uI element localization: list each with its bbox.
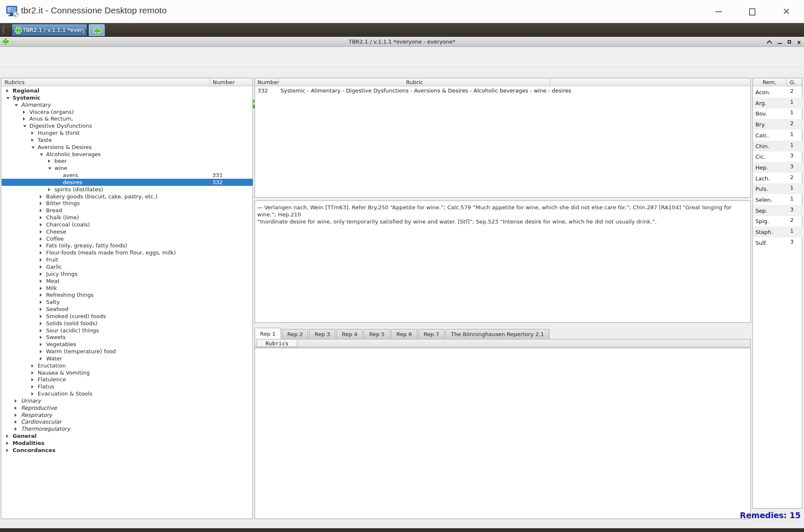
tree-row[interactable]: Eructation xyxy=(2,362,253,369)
expand-arrow-icon[interactable] xyxy=(23,117,25,121)
tree-row[interactable]: Systemic xyxy=(2,94,253,101)
expand-arrow-icon[interactable] xyxy=(31,364,34,368)
expand-arrow-icon[interactable] xyxy=(40,258,42,262)
tree-row[interactable]: Salty xyxy=(2,298,253,306)
remedy-row[interactable]: Sep.3 xyxy=(753,205,802,216)
expand-arrow-icon[interactable] xyxy=(40,343,42,346)
tree-row[interactable]: Sour (acidic) things xyxy=(2,327,253,334)
expand-arrow-icon[interactable] xyxy=(31,371,34,375)
expand-arrow-icon[interactable] xyxy=(48,159,50,163)
remedy-row[interactable]: Puls.1 xyxy=(753,183,802,194)
expand-arrow-icon[interactable] xyxy=(40,202,42,205)
tree-row[interactable]: Taste xyxy=(2,136,253,144)
tab-the-b-nninghausen-repertory-2-1[interactable]: The Bönninghausen Repertory 2.1 xyxy=(446,329,549,339)
tree-row[interactable]: Milk xyxy=(2,285,253,292)
expand-arrow-icon[interactable] xyxy=(15,427,17,431)
tree-row[interactable]: Bread xyxy=(2,207,253,214)
expand-arrow-icon[interactable] xyxy=(31,385,34,388)
expand-arrow-icon[interactable] xyxy=(40,357,42,360)
expand-arrow-icon[interactable] xyxy=(15,414,17,417)
collapse-arrow-icon[interactable] xyxy=(31,146,35,149)
tree-row[interactable]: Bakery goods (biscuit, cake, pastry, etc… xyxy=(2,193,253,200)
tree-row[interactable]: Respiratory xyxy=(2,411,253,419)
expand-arrow-icon[interactable] xyxy=(6,449,8,452)
connection-tab[interactable]: TBR2.1 / v.1.1.1 *everyo... xyxy=(12,24,87,36)
tree-row[interactable]: General xyxy=(2,432,253,439)
tree-row[interactable]: Thermoregulatory xyxy=(2,425,253,432)
tree-row[interactable]: desires332 xyxy=(2,179,253,186)
tree-row[interactable]: Vegetables xyxy=(2,341,253,348)
tree-row[interactable]: avers.331 xyxy=(2,172,253,179)
expand-arrow-icon[interactable] xyxy=(40,230,42,234)
collapse-arrow-icon[interactable] xyxy=(15,104,18,106)
tree-row[interactable]: Sweets xyxy=(2,334,253,341)
tree-row[interactable]: Meat xyxy=(2,278,253,285)
expand-arrow-icon[interactable] xyxy=(48,188,50,191)
tree-row[interactable]: Flour-foods (meals made from flour, eggs… xyxy=(2,249,253,256)
expand-arrow-icon[interactable] xyxy=(6,89,8,93)
tree-row[interactable]: Nausea & Vomiting xyxy=(2,369,253,376)
app-close-button[interactable]: x xyxy=(795,38,803,46)
expand-arrow-icon[interactable] xyxy=(6,442,8,445)
collapse-arrow-icon[interactable] xyxy=(23,125,26,127)
tree-row[interactable]: Concordances xyxy=(2,447,253,454)
expand-arrow-icon[interactable] xyxy=(31,378,34,381)
expand-arrow-icon[interactable] xyxy=(40,209,42,212)
tree-row[interactable]: Hunger & thirst xyxy=(2,129,253,136)
tree-row[interactable]: Coffee xyxy=(2,235,253,242)
tree-row[interactable]: Urinary xyxy=(2,397,253,404)
expand-arrow-icon[interactable] xyxy=(6,434,8,438)
tree-row[interactable]: Evacuation & Stools xyxy=(2,390,253,397)
remedy-row[interactable]: Arg.1 xyxy=(753,98,802,108)
expand-arrow-icon[interactable] xyxy=(31,139,34,142)
tree-row[interactable]: Modalities xyxy=(2,439,253,447)
expand-arrow-icon[interactable] xyxy=(40,301,42,304)
tree-row[interactable]: Bitter things xyxy=(2,200,253,207)
expand-arrow-icon[interactable] xyxy=(40,315,42,318)
remedy-row[interactable]: Cic.3 xyxy=(753,151,802,162)
tree-row[interactable]: Aversions & Desires xyxy=(2,144,253,151)
tree-row[interactable]: Regional xyxy=(2,87,253,94)
expand-arrow-icon[interactable] xyxy=(40,265,42,269)
tree-row[interactable]: Alcoholic beverages xyxy=(2,151,253,158)
tree-row[interactable]: beer xyxy=(2,157,253,164)
tree-row[interactable]: Refreshing things xyxy=(2,291,253,298)
collapse-arrow-icon[interactable] xyxy=(6,97,10,99)
tree-row[interactable]: Viscera (organs) xyxy=(2,108,253,116)
expand-arrow-icon[interactable] xyxy=(15,420,17,424)
remedy-row[interactable]: Spig.2 xyxy=(753,216,802,226)
tree-row[interactable]: Alimentary xyxy=(2,101,253,108)
remedy-row[interactable]: Lach.2 xyxy=(753,173,802,184)
expand-arrow-icon[interactable] xyxy=(40,251,42,254)
tree-row[interactable]: Juicy things xyxy=(2,270,253,278)
tree-row[interactable]: spirits (distillates) xyxy=(2,186,253,193)
tab-rep-5[interactable]: Rep 5 xyxy=(363,329,390,339)
expand-arrow-icon[interactable] xyxy=(23,111,25,114)
tab-rep-1[interactable]: Rep 1 xyxy=(255,328,281,339)
tree-row[interactable]: Fruit xyxy=(2,256,253,263)
expand-arrow-icon[interactable] xyxy=(40,287,42,290)
tree-row[interactable]: Water xyxy=(2,355,253,362)
tree-row[interactable]: Fats (oily, greasy, fatty foods) xyxy=(2,242,253,249)
window-maximize-button[interactable] xyxy=(743,3,761,21)
expand-arrow-icon[interactable] xyxy=(40,237,42,241)
tree-row[interactable]: Garlic xyxy=(2,263,253,270)
collapse-arrow-icon[interactable] xyxy=(48,167,52,170)
remedy-row[interactable]: Sulf.3 xyxy=(753,237,802,248)
expand-arrow-icon[interactable] xyxy=(40,329,42,332)
remedy-row[interactable]: Staph.1 xyxy=(753,226,802,237)
tree-row[interactable]: Reproductive xyxy=(2,404,253,411)
tree-row[interactable]: Cheese xyxy=(2,228,253,235)
tree-row[interactable]: Cardiovascular xyxy=(2,418,253,425)
expand-arrow-icon[interactable] xyxy=(40,244,42,247)
tree-row[interactable]: Anus & Rectum, xyxy=(2,115,253,122)
tree-row[interactable]: Charcoal (coals) xyxy=(2,221,253,228)
tree-row[interactable]: Flatus xyxy=(2,383,253,390)
expand-arrow-icon[interactable] xyxy=(40,272,42,276)
repertory-content-panel[interactable] xyxy=(255,348,751,519)
expand-arrow-icon[interactable] xyxy=(40,195,42,198)
tree-row[interactable]: Seafood xyxy=(2,306,253,313)
window-close-button[interactable]: ✕ xyxy=(777,3,796,21)
tree-row[interactable]: Chalk (lime) xyxy=(2,214,253,221)
app-shade-button[interactable] xyxy=(766,38,774,46)
